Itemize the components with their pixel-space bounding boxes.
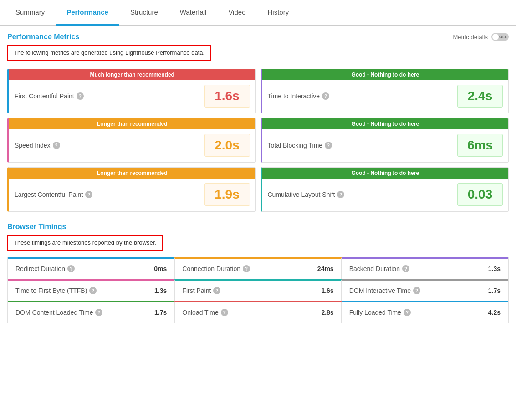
question-icon-lcp[interactable]: ?	[85, 191, 92, 198]
metric-value-box-fcp: 1.6s	[204, 85, 250, 108]
timing-label-firstpaint: First Paint ?	[182, 287, 220, 294]
question-icon-tti[interactable]: ?	[322, 92, 329, 100]
timing-value-domcontent: 1.7s	[154, 309, 167, 316]
metric-value-box-cls: 0.03	[457, 183, 503, 206]
question-icon-timing-redirect[interactable]: ?	[67, 265, 75, 272]
metric-value-tbt: 6ms	[465, 138, 495, 153]
question-icon-cls[interactable]: ?	[337, 191, 344, 198]
metric-body-fcp: First Contentful Paint ?1.6s	[9, 80, 255, 113]
timing-label-redirect: Redirect Duration ?	[15, 265, 75, 272]
browser-timings-section: Browser Timings These timings are milest…	[7, 223, 509, 323]
metric-label-si: Speed Index ?	[15, 142, 200, 149]
tab-history[interactable]: History	[256, 0, 300, 26]
metric-value-tti: 2.4s	[465, 89, 495, 103]
metric-card-cls: Good - Nothing to do hereCumulative Layo…	[261, 167, 509, 212]
question-icon-timing-backend[interactable]: ?	[402, 265, 409, 272]
timing-label-ttfb: Time to First Byte (TTFB) ?	[15, 287, 97, 294]
timing-value-fullyloaded: 4.2s	[488, 309, 501, 316]
metric-label-tti: Time to Interactive ?	[268, 92, 453, 100]
timing-label-domcontent: DOM Content Loaded Time ?	[15, 309, 102, 316]
metric-value-box-tbt: 6ms	[457, 134, 503, 157]
metric-body-si: Speed Index ?2.0s	[9, 129, 255, 162]
question-icon-timing-fullyloaded[interactable]: ?	[404, 309, 411, 316]
metric-value-box-tti: 2.4s	[457, 85, 503, 108]
metric-value-box-lcp: 1.9s	[204, 183, 250, 206]
performance-metrics-section: Performance Metrics The following metric…	[7, 33, 509, 212]
question-icon-timing-dominteractive[interactable]: ?	[413, 287, 420, 294]
metric-details-row: Metric details OFF	[453, 33, 509, 41]
toggle-text: OFF	[499, 35, 507, 39]
metric-label-cls: Cumulative Layout Shift ?	[268, 191, 453, 198]
timing-cell-connection: Connection Duration ?24ms	[174, 257, 341, 279]
metric-value-box-si: 2.0s	[204, 134, 250, 157]
question-icon-timing-connection[interactable]: ?	[243, 265, 250, 272]
timing-label-onload: Onload Time ?	[182, 309, 228, 316]
timing-label-dominteractive: DOM Interactive Time ?	[349, 287, 420, 294]
question-icon-tbt[interactable]: ?	[325, 142, 332, 149]
metric-badge-fcp: Much longer than recommended	[9, 69, 255, 80]
toggle-knob	[492, 34, 499, 40]
tab-structure[interactable]: Structure	[119, 0, 169, 26]
question-icon-si[interactable]: ?	[53, 142, 60, 149]
metric-value-fcp: 1.6s	[212, 89, 242, 103]
tab-performance[interactable]: Performance	[56, 0, 119, 26]
timing-cell-ttfb: Time to First Byte (TTFB) ?1.3s	[8, 279, 174, 301]
performance-metrics-title: Performance Metrics	[7, 33, 211, 41]
metric-value-cls: 0.03	[465, 187, 495, 202]
browser-timings-title: Browser Timings	[7, 223, 509, 231]
metric-badge-si: Longer than recommended	[9, 118, 255, 129]
timing-cell-dominteractive: DOM Interactive Time ?1.7s	[342, 279, 508, 301]
browser-timings-info-text: These timings are milestones reported by…	[14, 239, 156, 246]
timing-cell-backend: Backend Duration ?1.3s	[342, 257, 508, 279]
timing-cell-firstpaint: First Paint ?1.6s	[174, 279, 341, 301]
metric-card-si: Longer than recommendedSpeed Index ?2.0s	[7, 118, 256, 163]
metric-card-tbt: Good - Nothing to do hereTotal Blocking …	[261, 118, 509, 163]
question-icon-timing-onload[interactable]: ?	[221, 309, 228, 316]
timing-value-onload: 2.8s	[321, 309, 333, 316]
metric-details-label: Metric details	[453, 34, 488, 41]
metric-value-si: 2.0s	[212, 138, 242, 153]
tab-bar: SummaryPerformanceStructureWaterfallVide…	[0, 0, 516, 26]
timing-value-ttfb: 1.3s	[154, 287, 167, 294]
metric-label-lcp: Largest Contentful Paint ?	[15, 191, 200, 198]
tab-summary[interactable]: Summary	[5, 0, 56, 26]
performance-info-box: The following metrics are generated usin…	[7, 45, 211, 61]
timing-label-backend: Backend Duration ?	[349, 265, 409, 272]
metric-details-toggle[interactable]: OFF	[491, 33, 509, 41]
timing-value-backend: 1.3s	[488, 265, 501, 272]
timing-value-dominteractive: 1.7s	[488, 287, 501, 294]
tab-video[interactable]: Video	[217, 0, 256, 26]
question-icon-timing-ttfb[interactable]: ?	[89, 287, 97, 294]
performance-info-text: The following metrics are generated usin…	[14, 49, 204, 56]
tab-waterfall[interactable]: Waterfall	[169, 0, 218, 26]
metric-body-tti: Time to Interactive ?2.4s	[262, 80, 509, 113]
timing-cell-onload: Onload Time ?2.8s	[174, 301, 341, 323]
browser-timings-info-box: These timings are milestones reported by…	[7, 235, 163, 251]
metric-value-lcp: 1.9s	[212, 187, 242, 202]
timing-value-connection: 24ms	[317, 265, 334, 272]
timing-label-connection: Connection Duration ?	[182, 265, 250, 272]
metric-badge-tbt: Good - Nothing to do here	[262, 118, 509, 129]
timing-cell-domcontent: DOM Content Loaded Time ?1.7s	[8, 301, 174, 323]
metric-body-cls: Cumulative Layout Shift ?0.03	[262, 179, 509, 211]
metric-card-fcp: Much longer than recommendedFirst Conten…	[7, 69, 256, 113]
question-icon-timing-firstpaint[interactable]: ?	[213, 287, 220, 294]
metric-label-tbt: Total Blocking Time ?	[268, 142, 453, 149]
timing-cell-fullyloaded: Fully Loaded Time ?4.2s	[342, 301, 508, 323]
timing-value-redirect: 0ms	[154, 265, 167, 272]
metric-card-lcp: Longer than recommendedLargest Contentfu…	[7, 167, 256, 212]
timing-cell-redirect: Redirect Duration ?0ms	[8, 257, 174, 279]
metric-label-fcp: First Contentful Paint ?	[15, 92, 200, 100]
question-icon-timing-domcontent[interactable]: ?	[95, 309, 102, 316]
metric-badge-cls: Good - Nothing to do here	[262, 168, 509, 179]
timing-label-fullyloaded: Fully Loaded Time ?	[349, 309, 411, 316]
metric-body-lcp: Largest Contentful Paint ?1.9s	[9, 179, 255, 211]
question-icon-fcp[interactable]: ?	[77, 92, 84, 100]
metric-badge-lcp: Longer than recommended	[9, 168, 255, 179]
metric-body-tbt: Total Blocking Time ?6ms	[262, 129, 509, 162]
metric-badge-tti: Good - Nothing to do here	[262, 69, 509, 80]
metric-card-tti: Good - Nothing to do hereTime to Interac…	[261, 69, 509, 113]
timing-value-firstpaint: 1.6s	[321, 287, 333, 294]
